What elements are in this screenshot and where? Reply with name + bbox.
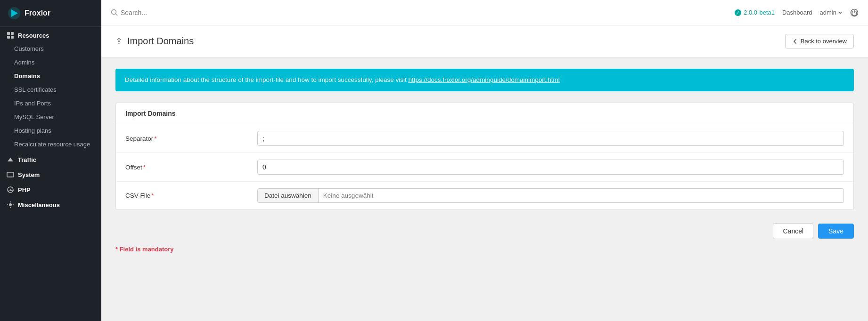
sidebar-item-admins[interactable]: Admins xyxy=(0,56,101,69)
sidebar-section-system[interactable]: System xyxy=(0,166,101,181)
svg-rect-5 xyxy=(11,36,14,39)
svg-rect-3 xyxy=(11,32,14,35)
system-label: System xyxy=(18,171,40,178)
sidebar: Froxlor Resources Customers Admins Domai… xyxy=(0,0,101,321)
page-content-scroll: Detailed information about the structure… xyxy=(101,57,868,321)
info-banner-text: Detailed information about the structure… xyxy=(125,76,409,83)
topbar: ✓ 2.0.0-beta1 Dashboard admin xyxy=(101,0,868,25)
save-button[interactable]: Save xyxy=(818,224,854,239)
import-domains-form-card: Import Domains Separator* Offset* xyxy=(115,103,854,210)
svg-rect-4 xyxy=(7,36,10,39)
form-footer: Cancel Save xyxy=(115,219,854,241)
version-badge: ✓ 2.0.0-beta1 xyxy=(735,9,775,16)
mandatory-note: * Field is mandatory xyxy=(115,246,854,253)
sidebar-item-ips-and-ports[interactable]: IPs and Ports xyxy=(0,96,101,110)
sidebar-section-traffic[interactable]: Traffic xyxy=(0,151,101,166)
miscellaneous-label: Miscellaneous xyxy=(18,201,60,209)
search-input[interactable] xyxy=(121,9,205,16)
page-title-wrap: ⇪ Import Domains xyxy=(115,36,194,47)
resources-icon xyxy=(7,32,14,39)
sidebar-section-resources[interactable]: Resources xyxy=(0,27,101,42)
svg-line-12 xyxy=(116,14,118,16)
info-banner-link[interactable]: https://docs.froxlor.org/adminguide/doma… xyxy=(409,76,560,83)
topbar-right: ✓ 2.0.0-beta1 Dashboard admin xyxy=(735,8,859,17)
svg-point-10 xyxy=(9,203,12,206)
separator-required: * xyxy=(154,135,156,142)
system-icon xyxy=(7,171,14,178)
csv-file-choose-button[interactable]: Datei auswählen xyxy=(258,189,319,202)
miscellaneous-icon xyxy=(7,201,14,209)
back-to-overview-button[interactable]: Back to overview xyxy=(785,34,854,48)
svg-point-11 xyxy=(112,10,116,15)
content-area: Detailed information about the structure… xyxy=(101,57,868,264)
sidebar-item-domains[interactable]: Domains xyxy=(0,69,101,83)
svg-rect-6 xyxy=(7,172,14,177)
sidebar-logo-text: Froxlor xyxy=(25,9,50,17)
csv-file-required: * xyxy=(151,192,154,199)
sidebar-logo: Froxlor xyxy=(0,0,101,27)
csv-file-input-wrap: Datei auswählen Keine ausgewählt xyxy=(257,188,844,203)
sidebar-item-ssl-certificates[interactable]: SSL certificates xyxy=(0,83,101,96)
svg-rect-2 xyxy=(7,32,10,35)
sidebar-section-php[interactable]: php PHP xyxy=(0,181,101,196)
separator-row: Separator* xyxy=(116,124,853,153)
sidebar-item-customers[interactable]: Customers xyxy=(0,42,101,56)
froxlor-logo-icon xyxy=(8,7,21,20)
csv-file-row: CSV-File* Datei auswählen Keine ausgewäh… xyxy=(116,182,853,209)
separator-input[interactable] xyxy=(257,131,844,146)
sidebar-item-recalculate[interactable]: Recalculate resource usage xyxy=(0,137,101,151)
resources-label: Resources xyxy=(18,32,49,39)
import-domains-icon: ⇪ xyxy=(115,36,123,47)
sidebar-item-hosting-plans[interactable]: Hosting plans xyxy=(0,124,101,137)
cancel-button[interactable]: Cancel xyxy=(773,223,813,239)
version-text: 2.0.0-beta1 xyxy=(744,9,775,16)
dashboard-link[interactable]: Dashboard xyxy=(782,9,812,16)
admin-dropdown[interactable]: admin xyxy=(820,9,843,16)
search-icon xyxy=(111,9,118,16)
back-button-label: Back to overview xyxy=(801,38,847,45)
offset-label: Offset* xyxy=(125,164,248,171)
offset-row: Offset* xyxy=(116,153,853,182)
traffic-label: Traffic xyxy=(18,156,36,163)
admin-label: admin xyxy=(820,9,836,16)
traffic-icon xyxy=(7,156,14,163)
chevron-down-icon xyxy=(838,10,843,15)
offset-required: * xyxy=(143,164,146,171)
info-banner: Detailed information about the structure… xyxy=(115,69,854,91)
svg-text:php: php xyxy=(8,189,14,192)
page-header: ⇪ Import Domains Back to overview xyxy=(101,25,868,57)
php-icon: php xyxy=(7,186,14,193)
offset-input[interactable] xyxy=(257,160,844,175)
power-icon[interactable] xyxy=(850,8,859,17)
version-check-icon: ✓ xyxy=(735,9,741,16)
form-card-header: Import Domains xyxy=(116,103,853,124)
sidebar-item-mysql-server[interactable]: MySQL Server xyxy=(0,110,101,124)
sidebar-section-miscellaneous[interactable]: Miscellaneous xyxy=(0,196,101,211)
separator-label: Separator* xyxy=(125,135,248,142)
php-label: PHP xyxy=(18,186,31,193)
csv-file-name: Keine ausgewählt xyxy=(319,189,843,202)
csv-file-label: CSV-File* xyxy=(125,192,248,199)
main-content: ✓ 2.0.0-beta1 Dashboard admin ⇪ Import D… xyxy=(101,0,868,321)
arrow-left-icon xyxy=(792,39,798,44)
page-title: Import Domains xyxy=(127,36,194,47)
search-area[interactable] xyxy=(111,9,205,16)
